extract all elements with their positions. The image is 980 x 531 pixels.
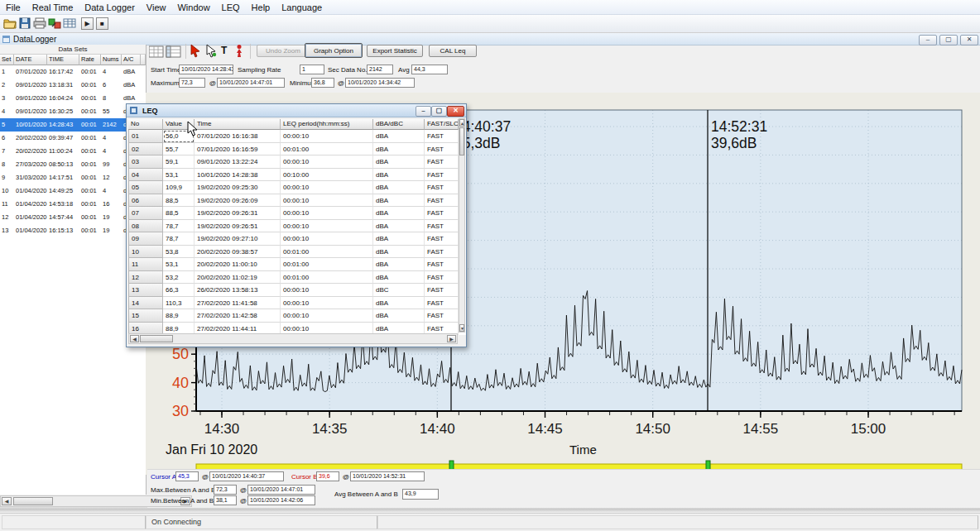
leq-row[interactable]: 02 55,7 07/01/2020 16:16:59 00:01:00 dBA… xyxy=(128,143,466,156)
leq-value-cell[interactable]: 59,1 xyxy=(163,155,195,169)
menu-item[interactable]: Real Time xyxy=(26,1,79,14)
leq-row[interactable]: 04 53,1 10/01/2020 14:28:38 00:10:00 dBA… xyxy=(128,169,466,182)
graph-option-button[interactable]: Graph Option xyxy=(305,43,363,58)
leq-time-cell[interactable]: 27/02/2020 11:41:58 xyxy=(195,297,281,310)
print-icon[interactable] xyxy=(33,17,46,30)
undo-zoom-button[interactable]: Undo Zoom xyxy=(257,45,310,57)
leq-row-no[interactable]: 15 xyxy=(128,309,163,323)
leq-unit-cell[interactable]: dBA xyxy=(373,220,425,233)
menu-item[interactable]: File xyxy=(0,1,26,14)
leq-period-cell[interactable]: 00:00:10 xyxy=(281,130,373,143)
leq-period-cell[interactable]: 00:00:10 xyxy=(281,232,373,246)
leq-minimize-button[interactable]: – xyxy=(416,106,431,117)
leq-row-no[interactable]: 03 xyxy=(128,155,163,169)
leq-fast-cell[interactable]: FAST xyxy=(425,220,459,233)
leq-period-cell[interactable]: 00:00:10 xyxy=(281,297,373,310)
data-no-field[interactable]: 2142 xyxy=(367,65,393,74)
leq-vscrollbar[interactable]: ▲ ▼ xyxy=(459,118,465,332)
leq-row[interactable]: 06 88,5 19/02/2020 09:26:09 00:00:10 dBA… xyxy=(128,194,466,208)
cursor-a-value-field[interactable]: 45,3 xyxy=(175,471,199,481)
leq-row-no[interactable]: 14 xyxy=(128,297,163,310)
cursor-a-tool-icon[interactable] xyxy=(190,44,202,58)
leq-close-button[interactable]: ✕ xyxy=(447,106,464,117)
scroll-left-icon[interactable]: ◀ xyxy=(2,497,12,505)
leq-time-cell[interactable]: 19/02/2020 09:26:31 xyxy=(195,207,281,220)
leq-value-cell[interactable]: 53,1 xyxy=(163,169,195,182)
cursor-b-time-field[interactable]: 10/01/2020 14:52:31 xyxy=(350,471,425,481)
leq-hscrollbar[interactable]: ◀ ▶ xyxy=(128,333,458,344)
leq-row[interactable]: 05 109,9 19/02/2020 09:25:30 00:00:10 dB… xyxy=(128,181,466,194)
dataset-row[interactable]: 9 31/03/2020 14:17:51 00:01 12 dBA xyxy=(0,171,146,184)
cursor-a-time-field[interactable]: 10/01/2020 14:40:37 xyxy=(209,471,284,481)
cursor-b-tool-icon[interactable] xyxy=(205,44,218,58)
leq-row-no[interactable]: 07 xyxy=(128,207,163,220)
datasets-col-time[interactable]: TIME xyxy=(47,55,79,65)
leq-period-cell[interactable]: 00:00:10 xyxy=(281,309,373,323)
leq-value-cell[interactable]: 88,9 xyxy=(163,309,195,323)
leq-row[interactable]: 01 56,0 07/01/2020 16:16:38 00:00:10 dBA… xyxy=(128,130,466,143)
leq-period-cell[interactable]: 00:00:10 xyxy=(281,155,373,169)
scroll-thumb[interactable] xyxy=(13,497,53,505)
leq-maximize-button[interactable]: ▢ xyxy=(431,106,447,117)
leq-time-cell[interactable]: 20/02/2020 11:00:10 xyxy=(195,258,281,271)
leq-time-cell[interactable]: 27/02/2020 11:42:58 xyxy=(195,309,281,323)
leq-row[interactable]: 11 53,1 20/02/2020 11:00:10 00:01:00 dBA… xyxy=(128,258,466,271)
dataset-row[interactable]: 4 09/01/2020 16:30:25 00:01 55 dBA xyxy=(0,105,146,118)
leq-fast-cell[interactable]: FAST xyxy=(425,207,459,220)
leq-unit-cell[interactable]: dBA xyxy=(373,207,425,220)
leq-fast-cell[interactable]: FAST xyxy=(425,297,459,310)
datasets-col-date[interactable]: DATE xyxy=(14,55,47,65)
leq-fast-cell[interactable]: FAST xyxy=(425,130,459,143)
leq-unit-cell[interactable]: dBC xyxy=(373,284,425,297)
marker-tool-icon[interactable] xyxy=(233,44,245,58)
leq-row[interactable]: 15 88,9 27/02/2020 11:42:58 00:00:10 dBA… xyxy=(128,309,466,323)
datasets-col-ac[interactable]: A/C xyxy=(122,55,141,65)
min-between-time-field[interactable]: 10/01/2020 14:42:06 xyxy=(247,495,315,505)
leq-fast-cell[interactable]: FAST xyxy=(425,232,459,246)
leq-fast-cell[interactable]: FAST xyxy=(425,194,459,208)
leq-period-cell[interactable]: 00:00:10 xyxy=(281,194,373,208)
leq-col-fastslow[interactable]: FAST/SLC xyxy=(425,119,459,130)
scroll-right-icon[interactable]: ▶ xyxy=(447,335,456,342)
leq-row[interactable]: 13 66,3 26/02/2020 13:58:13 00:00:10 dBC… xyxy=(128,284,466,297)
leq-row-no[interactable]: 11 xyxy=(128,258,163,271)
leq-unit-cell[interactable]: dBA xyxy=(373,155,425,169)
leq-time-cell[interactable]: 10/01/2020 14:28:38 xyxy=(195,169,281,182)
max-between-value-field[interactable]: 72,3 xyxy=(214,485,237,495)
leq-unit-cell[interactable]: dBA xyxy=(373,130,425,143)
leq-time-cell[interactable]: 07/01/2020 16:16:59 xyxy=(195,143,281,156)
leq-fast-cell[interactable]: FAST xyxy=(425,246,459,259)
leq-value-cell[interactable]: 109,9 xyxy=(163,181,195,194)
leq-row[interactable]: 14 110,3 27/02/2020 11:41:58 00:00:10 dB… xyxy=(128,297,466,310)
dataset-row[interactable]: 12 01/04/2020 14:57:44 00:01 19 dBA xyxy=(0,211,146,224)
datasets-col-nums[interactable]: Nums xyxy=(101,55,122,65)
leq-row[interactable]: 09 78,7 19/02/2020 09:27:10 00:00:10 dBA… xyxy=(128,232,466,246)
leq-unit-cell[interactable]: dBA xyxy=(373,169,425,182)
cal-leq-button[interactable]: CAL Leq xyxy=(429,45,477,57)
dataset-row[interactable]: 6 20/02/2020 09:39:47 00:01 4 dBA xyxy=(0,132,146,145)
leq-fast-cell[interactable]: FAST xyxy=(425,271,459,285)
leq-value-cell[interactable]: 78,7 xyxy=(163,232,195,246)
cursor-b-value-field[interactable]: 39,6 xyxy=(316,471,339,481)
leq-col-time[interactable]: Time xyxy=(195,119,281,130)
leq-unit-cell[interactable]: dBA xyxy=(373,271,425,285)
leq-unit-cell[interactable]: dBA xyxy=(373,232,425,246)
leq-row[interactable]: 07 88,5 19/02/2020 09:26:31 00:00:10 dBA… xyxy=(128,207,466,220)
dataset-row[interactable]: 2 09/01/2020 13:18:31 00:01 6 dBA xyxy=(0,79,146,92)
avg-field[interactable]: 44,3 xyxy=(411,65,448,74)
leq-unit-cell[interactable]: dBA xyxy=(373,309,425,323)
leq-row-no[interactable]: 02 xyxy=(128,143,163,156)
leq-value-cell[interactable]: 66,3 xyxy=(163,284,195,297)
menu-item[interactable]: Window xyxy=(171,1,215,14)
leq-row-no[interactable]: 12 xyxy=(128,271,163,285)
dataset-row[interactable]: 8 27/03/2020 08:50:13 00:01 99 dBA xyxy=(0,158,146,171)
menu-item[interactable]: Help xyxy=(246,1,276,14)
leq-col-no[interactable]: No xyxy=(128,119,163,130)
leq-unit-cell[interactable]: dBA xyxy=(373,194,425,208)
dataset-row[interactable]: 3 09/01/2020 16:04:24 00:01 8 dBA xyxy=(0,92,146,105)
leq-value-cell[interactable]: 55,7 xyxy=(163,143,195,156)
leq-period-cell[interactable]: 00:10:00 xyxy=(281,169,373,182)
leq-value-cell[interactable]: 88,5 xyxy=(163,194,195,208)
leq-row-no[interactable]: 13 xyxy=(128,284,163,297)
leq-col-period[interactable]: LEQ period(hh:mm:ss) xyxy=(281,119,373,130)
